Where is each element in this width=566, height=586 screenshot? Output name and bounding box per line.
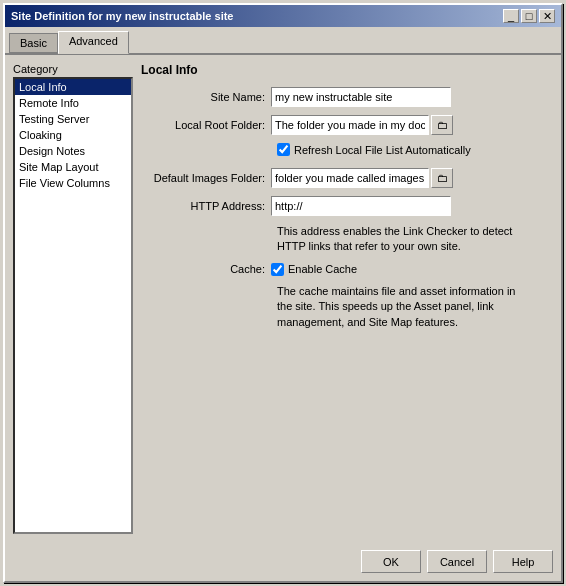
tab-bar: Basic Advanced [5, 27, 561, 55]
main-panel: Local Info Site Name: Local Root Folder:… [141, 63, 553, 534]
sidebar: Category Local Info Remote Info Testing … [13, 63, 133, 534]
button-bar: OK Cancel Help [5, 542, 561, 581]
http-address-row: HTTP Address: [141, 196, 553, 216]
sidebar-item-remote-info[interactable]: Remote Info [15, 95, 131, 111]
default-images-input[interactable] [271, 168, 429, 188]
titlebar-controls: _ □ ✕ [503, 9, 555, 23]
local-root-input-group: 🗀 [271, 115, 453, 135]
cache-label: Cache: [141, 263, 271, 275]
maximize-button[interactable]: □ [521, 9, 537, 23]
content-area: Category Local Info Remote Info Testing … [5, 55, 561, 542]
cache-checkbox[interactable] [271, 263, 284, 276]
local-root-row: Local Root Folder: 🗀 [141, 115, 553, 135]
local-root-input[interactable] [271, 115, 429, 135]
default-images-label: Default Images Folder: [141, 172, 271, 184]
folder-icon: 🗀 [437, 119, 448, 131]
http-address-label: HTTP Address: [141, 200, 271, 212]
default-images-folder-button[interactable]: 🗀 [431, 168, 453, 188]
cache-row: Cache: Enable Cache [141, 263, 553, 276]
local-root-label: Local Root Folder: [141, 119, 271, 131]
cache-checkbox-label: Enable Cache [288, 263, 357, 275]
category-list: Local Info Remote Info Testing Server Cl… [13, 77, 133, 534]
panel-title: Local Info [141, 63, 553, 77]
default-images-row: Default Images Folder: 🗀 [141, 168, 553, 188]
cache-checkbox-group: Enable Cache [271, 263, 357, 276]
titlebar: Site Definition for my new instructable … [5, 5, 561, 27]
ok-button[interactable]: OK [361, 550, 421, 573]
window-title: Site Definition for my new instructable … [11, 10, 233, 22]
sidebar-item-file-view-columns[interactable]: File View Columns [15, 175, 131, 191]
help-button[interactable]: Help [493, 550, 553, 573]
refresh-checkbox-row: Refresh Local File List Automatically [277, 143, 553, 156]
site-name-row: Site Name: [141, 87, 553, 107]
refresh-checkbox-label: Refresh Local File List Automatically [294, 144, 471, 156]
sidebar-item-cloaking[interactable]: Cloaking [15, 127, 131, 143]
tab-basic[interactable]: Basic [9, 33, 58, 53]
http-description: This address enables the Link Checker to… [277, 224, 517, 255]
sidebar-item-local-info[interactable]: Local Info [15, 79, 131, 95]
cancel-button[interactable]: Cancel [427, 550, 487, 573]
cache-description: The cache maintains file and asset infor… [277, 284, 517, 330]
local-root-folder-button[interactable]: 🗀 [431, 115, 453, 135]
close-button[interactable]: ✕ [539, 9, 555, 23]
category-label: Category [13, 63, 133, 75]
site-name-label: Site Name: [141, 91, 271, 103]
site-name-input[interactable] [271, 87, 451, 107]
folder-icon-2: 🗀 [437, 172, 448, 184]
sidebar-item-site-map-layout[interactable]: Site Map Layout [15, 159, 131, 175]
refresh-checkbox[interactable] [277, 143, 290, 156]
http-address-input[interactable] [271, 196, 451, 216]
main-window: Site Definition for my new instructable … [3, 3, 563, 583]
minimize-button[interactable]: _ [503, 9, 519, 23]
tab-advanced[interactable]: Advanced [58, 31, 129, 54]
default-images-input-group: 🗀 [271, 168, 453, 188]
form-area: Site Name: Local Root Folder: 🗀 [141, 87, 553, 534]
sidebar-item-testing-server[interactable]: Testing Server [15, 111, 131, 127]
sidebar-item-design-notes[interactable]: Design Notes [15, 143, 131, 159]
